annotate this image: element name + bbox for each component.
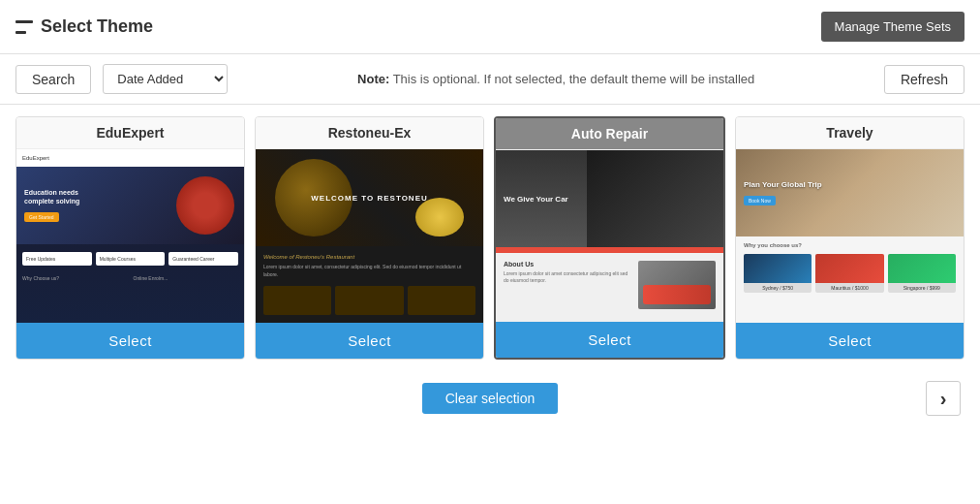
- page-title: Select Theme: [41, 16, 153, 37]
- menu-icon: [15, 20, 33, 34]
- manage-theme-sets-button[interactable]: Manage Theme Sets: [821, 12, 965, 42]
- note-text: Note: This is optional. If not selected,…: [239, 72, 873, 86]
- theme-card-restoneu: Restoneu-Ex WELCOME TO RESTONEU Welcome …: [255, 116, 484, 360]
- theme-preview-eduexpert: EduExpert Education needs complete solvi…: [16, 149, 244, 323]
- theme-name-restoneu: Restoneu-Ex: [256, 117, 483, 149]
- toolbar: Search Date Added Name Newest Note: This…: [0, 54, 980, 105]
- footer: Clear selection ›: [0, 371, 980, 425]
- theme-name-eduexpert: EduExpert: [16, 117, 244, 149]
- title-area: Select Theme: [15, 16, 153, 37]
- theme-name-travely: Travely: [736, 117, 964, 149]
- select-button-eduexpert[interactable]: Select: [16, 323, 244, 359]
- sort-select[interactable]: Date Added Name Newest: [103, 64, 228, 94]
- theme-card-autorepair: Auto Repair We Give Your Car About Us Lo…: [494, 116, 725, 360]
- search-button[interactable]: Search: [15, 65, 91, 94]
- theme-preview-restoneu: WELCOME TO RESTONEU Welcome of Restoneu'…: [256, 149, 483, 323]
- select-button-restoneu[interactable]: Select: [256, 323, 483, 359]
- theme-name-autorepair: Auto Repair: [496, 118, 723, 150]
- theme-preview-autorepair: We Give Your Car About Us Lorem ipsum do…: [496, 150, 723, 322]
- next-button[interactable]: ›: [926, 381, 961, 416]
- clear-selection-button[interactable]: Clear selection: [422, 383, 559, 414]
- theme-card-eduexpert: EduExpert EduExpert Education needs comp…: [15, 116, 245, 360]
- themes-grid: EduExpert EduExpert Education needs comp…: [0, 105, 980, 371]
- theme-card-travely: Travely Plan Your Global Trip Book Now W…: [735, 116, 965, 360]
- theme-preview-travely: Plan Your Global Trip Book Now Why you c…: [736, 149, 964, 323]
- refresh-button[interactable]: Refresh: [884, 65, 965, 94]
- select-button-travely[interactable]: Select: [736, 323, 964, 359]
- page-header: Select Theme Manage Theme Sets: [0, 0, 980, 54]
- select-button-autorepair[interactable]: Select: [496, 322, 723, 358]
